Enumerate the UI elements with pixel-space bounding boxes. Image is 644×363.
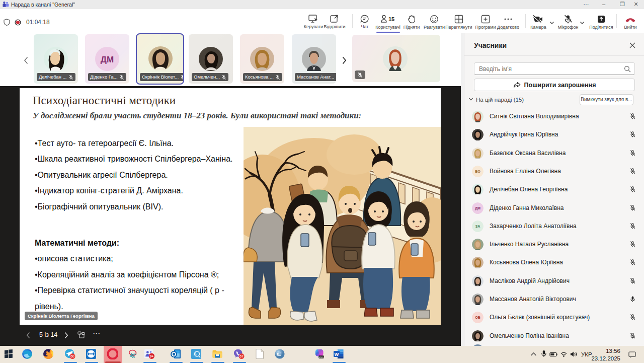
svg-text:9+: 9+ xyxy=(149,354,153,358)
svg-text:ОБ: ОБ xyxy=(475,316,480,320)
svg-text:ДМ: ДМ xyxy=(101,55,114,64)
svg-text:ДМ: ДМ xyxy=(475,206,480,210)
svg-text:α: α xyxy=(280,351,281,354)
svg-text:15: 15 xyxy=(388,16,394,22)
svg-text:67: 67 xyxy=(239,354,244,358)
svg-text:60: 60 xyxy=(70,354,74,358)
svg-text:ВО: ВО xyxy=(475,170,480,174)
svg-text:M365: M365 xyxy=(318,356,324,358)
svg-text:W: W xyxy=(335,352,339,357)
svg-text:ЗА: ЗА xyxy=(475,225,480,229)
